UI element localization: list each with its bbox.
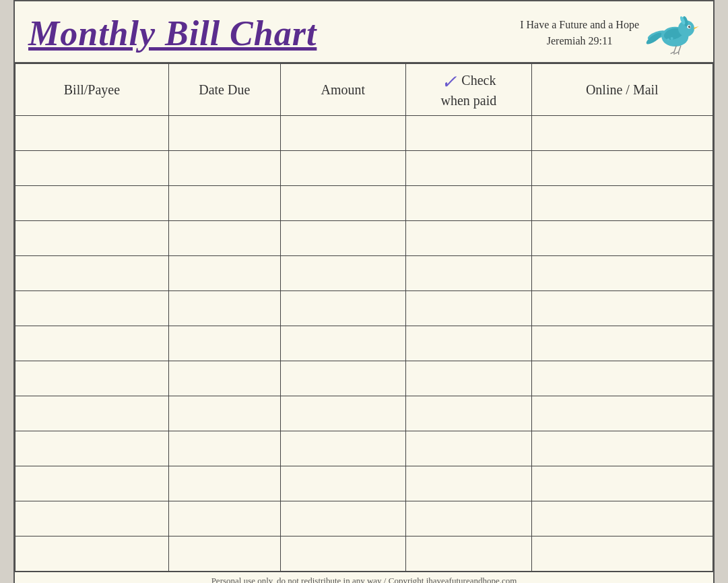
table-cell	[406, 221, 531, 256]
col-header-online: Online / Mail	[531, 64, 713, 116]
svg-line-11	[674, 46, 676, 52]
table-cell	[406, 326, 531, 361]
footer: Personal use only, do not redistribute i…	[15, 572, 713, 583]
table-cell	[280, 186, 405, 221]
table-cell	[168, 186, 280, 221]
table-cell	[15, 536, 169, 572]
table-cell	[406, 116, 531, 151]
col-header-bill: Bill/Payee	[15, 64, 169, 116]
table-row	[15, 466, 713, 501]
page-title: Monthly Bill Chart	[28, 13, 317, 53]
table-cell	[531, 501, 713, 536]
table-cell	[531, 221, 713, 256]
footer-text: Personal use only, do not redistribute i…	[211, 576, 517, 583]
table-cell	[406, 256, 531, 291]
table-cell	[406, 186, 531, 221]
table-cell	[280, 501, 405, 536]
table-cell	[280, 116, 405, 151]
header: Monthly Bill Chart I Have a Future and a…	[15, 1, 713, 63]
table-cell	[168, 256, 280, 291]
svg-point-18	[667, 38, 669, 40]
table-row	[15, 291, 713, 326]
svg-point-17	[671, 37, 673, 40]
table-cell	[168, 221, 280, 256]
table-row	[15, 431, 713, 466]
table-cell	[280, 151, 405, 186]
check-label-prefix: Check	[461, 73, 496, 88]
table-row	[15, 151, 713, 186]
svg-marker-8	[694, 26, 698, 30]
table-cell	[280, 431, 405, 466]
table-cell	[15, 501, 169, 536]
svg-line-15	[675, 52, 678, 54]
table-cell	[531, 151, 713, 186]
table-row	[15, 361, 713, 396]
table-cell	[406, 151, 531, 186]
svg-point-6	[688, 26, 690, 28]
table-cell	[406, 361, 531, 396]
col-header-check: ✓ Check when paid	[406, 64, 531, 116]
check-label: when paid	[440, 93, 496, 108]
table-cell	[280, 396, 405, 431]
table-area: Bill/Payee Date Due Amount ✓ Check when …	[15, 63, 713, 572]
table-cell	[280, 291, 405, 326]
table-cell	[168, 151, 280, 186]
table-cell	[168, 396, 280, 431]
table-cell	[531, 396, 713, 431]
table-cell	[280, 326, 405, 361]
tagline-area: I Have a Future and a Hope Jeremiah 29:1…	[520, 9, 700, 57]
table-cell	[531, 466, 713, 501]
svg-point-7	[690, 26, 690, 26]
table-cell	[168, 291, 280, 326]
table-cell	[15, 396, 169, 431]
table-cell	[531, 326, 713, 361]
table-row	[15, 396, 713, 431]
table-cell	[168, 326, 280, 361]
table-row	[15, 116, 713, 151]
table-cell	[531, 291, 713, 326]
table-row	[15, 221, 713, 256]
table-cell	[406, 431, 531, 466]
table-cell	[531, 116, 713, 151]
table-cell	[15, 221, 169, 256]
check-symbol: ✓	[441, 71, 457, 92]
table-cell	[280, 536, 405, 572]
table-cell	[15, 291, 169, 326]
table-cell	[168, 361, 280, 396]
table-cell	[15, 466, 169, 501]
table-cell	[531, 536, 713, 572]
col-header-date: Date Due	[168, 64, 280, 116]
table-cell	[531, 431, 713, 466]
table-cell	[280, 256, 405, 291]
table-cell	[168, 466, 280, 501]
table-cell	[406, 501, 531, 536]
table-cell	[406, 466, 531, 501]
table-cell	[15, 326, 169, 361]
table-cell	[406, 291, 531, 326]
table-cell	[168, 116, 280, 151]
table-cell	[531, 361, 713, 396]
table-cell	[168, 431, 280, 466]
table-cell	[168, 536, 280, 572]
svg-line-12	[671, 52, 674, 54]
table-cell	[280, 466, 405, 501]
table-cell	[406, 396, 531, 431]
table-row	[15, 536, 713, 572]
bird-icon	[646, 9, 700, 57]
table-cell	[15, 256, 169, 291]
table-cell	[406, 536, 531, 572]
table-row	[15, 186, 713, 221]
table-cell	[531, 256, 713, 291]
table-cell	[15, 116, 169, 151]
bill-chart-table: Bill/Payee Date Due Amount ✓ Check when …	[15, 63, 713, 572]
table-cell	[280, 361, 405, 396]
tagline-line2: Jeremiah 29:11	[520, 33, 639, 49]
table-cell	[15, 151, 169, 186]
table-cell	[280, 221, 405, 256]
tagline-text: I Have a Future and a Hope Jeremiah 29:1…	[520, 17, 639, 49]
table-cell	[531, 186, 713, 221]
table-cell	[168, 501, 280, 536]
page: Monthly Bill Chart I Have a Future and a…	[13, 0, 715, 583]
table-row	[15, 326, 713, 361]
tagline-line1: I Have a Future and a Hope	[520, 17, 639, 33]
